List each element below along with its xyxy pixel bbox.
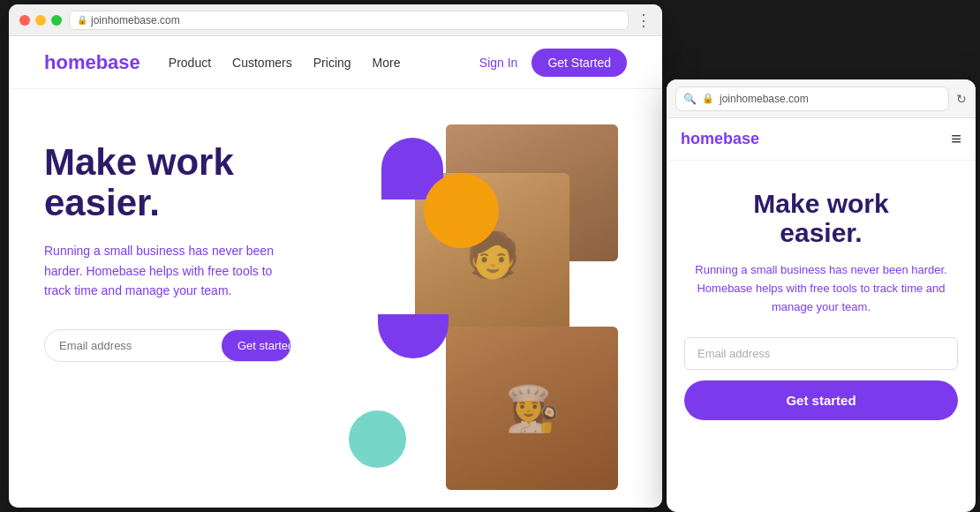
shape-semicircle-bottom — [378, 314, 449, 358]
hero-right: 👥 🧑 👩‍🍳 — [344, 124, 627, 508]
mobile-hamburger-icon[interactable]: ≡ — [951, 129, 961, 149]
mobile-hero-subtitle: Running a small business has never been … — [684, 261, 958, 316]
browser-menu-icon[interactable]: ⋮ — [636, 11, 652, 30]
mobile-search-icon: 🔍 — [683, 93, 697, 105]
email-form: Get started — [44, 329, 291, 362]
close-button[interactable] — [19, 15, 30, 26]
maximize-button[interactable] — [51, 15, 62, 26]
email-submit-button[interactable]: Get started — [222, 330, 291, 361]
hero-title: Make work easier. — [44, 142, 327, 223]
nav-item-more[interactable]: More — [373, 55, 401, 71]
desktop-browser-window: 🔒 joinhomebase.com ⋮ homebase Product Cu… — [9, 4, 662, 508]
nav-item-pricing[interactable]: Pricing — [313, 55, 351, 71]
get-started-button[interactable]: Get Started — [531, 49, 627, 77]
mobile-address-bar[interactable]: 🔍 🔒 joinhomebase.com — [675, 87, 949, 111]
mobile-browser-window: 🔍 🔒 joinhomebase.com ↻ homebase ≡ Make w… — [667, 79, 976, 512]
shape-circle-yellow — [424, 173, 499, 248]
address-bar[interactable]: 🔒 joinhomebase.com — [69, 11, 629, 30]
lock-icon: 🔒 — [77, 15, 87, 25]
mobile-lock-icon: 🔒 — [702, 93, 714, 104]
sign-in-link[interactable]: Sign In — [479, 56, 518, 70]
traffic-lights — [19, 15, 62, 26]
mobile-logo[interactable]: homebase — [681, 130, 759, 148]
mobile-navbar: homebase ≡ — [667, 118, 976, 161]
email-input[interactable] — [45, 330, 222, 361]
nav-item-customers[interactable]: Customers — [232, 55, 292, 71]
desktop-navbar: homebase Product Customers Pricing More … — [9, 36, 662, 89]
photo-baker: 👩‍🍳 — [446, 327, 618, 490]
nav-right: Sign In Get Started — [479, 49, 627, 77]
nav-links: Product Customers Pricing More — [169, 55, 401, 71]
nav-item-product[interactable]: Product — [169, 55, 211, 71]
shape-circle-teal — [349, 410, 406, 468]
mobile-get-started-button[interactable]: Get started — [684, 380, 958, 420]
mobile-url-text: joinhomebase.com — [720, 93, 809, 105]
homebase-logo[interactable]: homebase — [44, 51, 140, 74]
browser-titlebar: 🔒 joinhomebase.com ⋮ — [9, 4, 662, 36]
minimize-button[interactable] — [35, 15, 46, 26]
hero-subtitle: Running a small business has never been … — [44, 241, 274, 300]
mobile-titlebar: 🔍 🔒 joinhomebase.com ↻ — [667, 79, 976, 118]
mobile-hero-section: Make work easier. Running a small busine… — [667, 161, 976, 438]
mobile-email-input-wrap[interactable]: Email address — [684, 337, 958, 370]
url-text: joinhomebase.com — [91, 14, 180, 26]
hero-left: Make work easier. Running a small busine… — [44, 124, 327, 508]
mobile-hero-title: Make work easier. — [684, 189, 958, 247]
hero-section: Make work easier. Running a small busine… — [9, 89, 662, 508]
mobile-email-placeholder: Email address — [697, 347, 770, 360]
mobile-refresh-icon[interactable]: ↻ — [956, 92, 967, 106]
